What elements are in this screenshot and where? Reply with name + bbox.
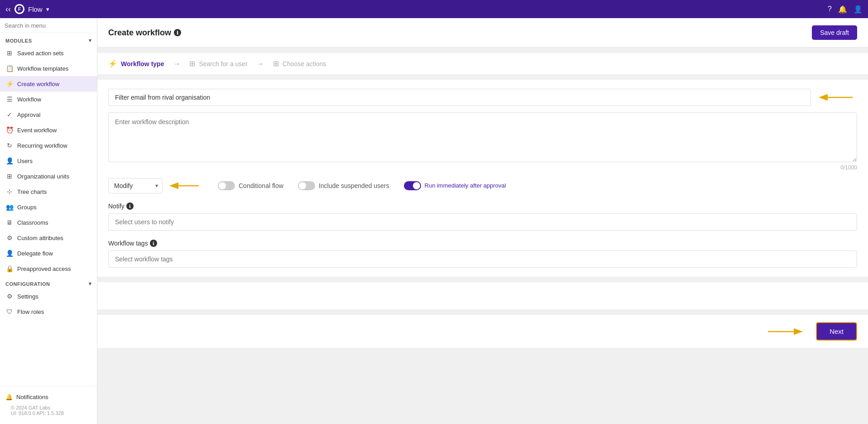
step-choose-actions-icon: ⊞ — [273, 59, 279, 68]
sidebar-item-approval[interactable]: ✓ Approval — [0, 107, 97, 122]
topbar: ‹‹ F Flow ▾ ? 🔔 👤 — [0, 0, 868, 18]
arrow-annotation-3 — [763, 325, 809, 338]
approval-icon: ✓ — [5, 111, 14, 119]
notify-input[interactable] — [108, 213, 857, 231]
conditional-flow-toggle-thumb — [219, 182, 226, 189]
settings-icon: ⚙ — [5, 292, 14, 300]
sidebar-item-settings[interactable]: ⚙ Settings — [0, 289, 97, 304]
step-search-user: ⊞ Search for a user — [189, 59, 247, 68]
sidebar-item-create-workflow[interactable]: ⚡ Create workflow — [0, 76, 97, 92]
workflow-tags-input[interactable] — [108, 251, 857, 268]
conditional-flow-label: Conditional flow — [239, 182, 283, 189]
arrow-annotation-1 — [816, 92, 857, 103]
sidebar-item-event-workflow[interactable]: ⏰ Event workflow — [0, 122, 97, 138]
app-logo: F — [14, 4, 24, 14]
page-info-icon[interactable]: ℹ — [174, 29, 181, 36]
user-icon[interactable]: 👤 — [854, 5, 863, 14]
preapproved-access-icon: 🔒 — [5, 265, 14, 273]
form-card: 0/1000 Modify Create Delete ▾ — [97, 80, 868, 277]
workflow-name-row — [108, 89, 857, 106]
include-suspended-toggle-group: Include suspended users — [298, 181, 389, 190]
sidebar-item-delegate-flow[interactable]: 👤 Delegate flow — [0, 246, 97, 261]
step-arrow-1: → — [173, 60, 180, 68]
page-title: Create workflow ℹ — [108, 28, 181, 38]
save-draft-button[interactable]: Save draft — [812, 25, 857, 40]
workflow-tags-label: Workflow tags ℹ — [108, 240, 857, 247]
conditional-flow-toggle-group: Conditional flow — [218, 181, 283, 190]
svg-text:F: F — [18, 7, 21, 12]
sidebar-item-organizational-units[interactable]: ⊞ Organizational units — [0, 169, 97, 184]
back-icon[interactable]: ‹‹ — [5, 5, 11, 14]
step-arrow-2: → — [257, 60, 264, 68]
users-icon: 👤 — [5, 157, 14, 165]
sidebar-item-recurring-workflow[interactable]: ↻ Recurring workflow — [0, 138, 97, 153]
configuration-chevron: ▾ — [89, 281, 92, 287]
sidebar-search-wrapper — [0, 18, 97, 33]
spacer-card — [97, 282, 868, 309]
notify-info-icon[interactable]: ℹ — [126, 202, 134, 210]
configuration-section-header: CONFIGURATION ▾ — [0, 276, 97, 289]
bottom-card: Next — [97, 315, 868, 348]
sidebar: MODULES ▾ ⊞ Saved action sets 📋 Workflow… — [0, 18, 97, 424]
include-suspended-toggle[interactable] — [298, 181, 315, 190]
app-name: Flow — [28, 5, 43, 13]
arrow-annotation-2 — [167, 180, 203, 191]
run-immediately-toggle[interactable] — [404, 181, 421, 190]
steps-bar: ⚡ Workflow type → ⊞ Search for a user → … — [97, 53, 868, 74]
modify-select[interactable]: Modify Create Delete — [108, 178, 163, 193]
recurring-workflow-icon: ↻ — [5, 141, 14, 149]
event-workflow-icon: ⏰ — [5, 126, 14, 134]
groups-icon: 👥 — [5, 203, 14, 211]
sidebar-item-saved-action-sets[interactable]: ⊞ Saved action sets — [0, 45, 97, 61]
workflow-tags-info-icon[interactable]: ℹ — [150, 240, 157, 247]
run-immediately-toggle-group: Run immediately after approval — [404, 181, 506, 190]
content-area: Create workflow ℹ Save draft ⚡ Workflow … — [97, 18, 868, 424]
saved-action-sets-icon: ⊞ — [5, 49, 14, 57]
notifications-bell-icon: 🔔 — [5, 394, 13, 400]
delegate-flow-icon: 👤 — [5, 249, 14, 257]
workflow-templates-icon: 📋 — [5, 64, 14, 72]
help-icon[interactable]: ? — [828, 5, 832, 13]
conditional-flow-toggle[interactable] — [218, 181, 235, 190]
topbar-left: ‹‹ F Flow ▾ — [5, 4, 824, 14]
sidebar-item-tree-charts[interactable]: ⊹ Tree charts — [0, 184, 97, 199]
sidebar-item-custom-attributes[interactable]: ⚙ Custom attributes — [0, 230, 97, 246]
custom-attributes-icon: ⚙ — [5, 234, 14, 242]
sidebar-item-preapproved-access[interactable]: 🔒 Preapproved access — [0, 261, 97, 276]
sidebar-notifications[interactable]: 🔔 Notifications — [5, 391, 91, 403]
sidebar-item-users[interactable]: 👤 Users — [0, 153, 97, 169]
bell-icon[interactable]: 🔔 — [838, 5, 847, 14]
run-immediately-toggle-thumb — [413, 182, 420, 189]
modules-chevron: ▾ — [89, 38, 92, 43]
flow-roles-icon: 🛡 — [5, 308, 14, 316]
run-immediately-label: Run immediately after approval — [425, 182, 506, 190]
description-textarea[interactable] — [108, 112, 857, 162]
sidebar-item-classrooms[interactable]: 🖥 Classrooms — [0, 215, 97, 230]
classrooms-icon: 🖥 — [5, 218, 14, 226]
sidebar-item-flow-roles[interactable]: 🛡 Flow roles — [0, 304, 97, 319]
page-header: Create workflow ℹ Save draft — [97, 18, 868, 48]
sidebar-item-workflow[interactable]: ☰ Workflow — [0, 92, 97, 107]
topbar-icons: ? 🔔 👤 — [828, 5, 863, 14]
workflow-tags-section: Workflow tags ℹ — [108, 240, 857, 268]
sidebar-bottom: 🔔 Notifications © 2024 GAT Labs UI: 918.… — [0, 386, 97, 424]
organizational-units-icon: ⊞ — [5, 172, 14, 180]
search-input[interactable] — [5, 22, 92, 29]
workflow-icon: ☰ — [5, 95, 14, 103]
step-search-user-icon: ⊞ — [189, 59, 195, 68]
main-layout: MODULES ▾ ⊞ Saved action sets 📋 Workflow… — [0, 18, 868, 424]
sidebar-item-workflow-templates[interactable]: 📋 Workflow templates — [0, 61, 97, 76]
workflow-name-input[interactable] — [108, 89, 811, 106]
create-workflow-icon: ⚡ — [5, 80, 14, 88]
step-choose-actions: ⊞ Choose actions — [273, 59, 326, 68]
tree-charts-icon: ⊹ — [5, 188, 14, 196]
sidebar-item-groups[interactable]: 👥 Groups — [0, 199, 97, 215]
modify-select-wrapper: Modify Create Delete ▾ — [108, 178, 203, 193]
char-count: 0/1000 — [108, 164, 857, 171]
options-row: Modify Create Delete ▾ — [108, 178, 857, 193]
app-dropdown-icon[interactable]: ▾ — [46, 6, 49, 13]
notify-section: Notify ℹ — [108, 202, 857, 231]
sidebar-footer: © 2024 GAT Labs UI: 918.0.0 API: 1.5.328 — [5, 403, 91, 419]
include-suspended-label: Include suspended users — [319, 182, 389, 189]
next-button[interactable]: Next — [816, 322, 857, 341]
